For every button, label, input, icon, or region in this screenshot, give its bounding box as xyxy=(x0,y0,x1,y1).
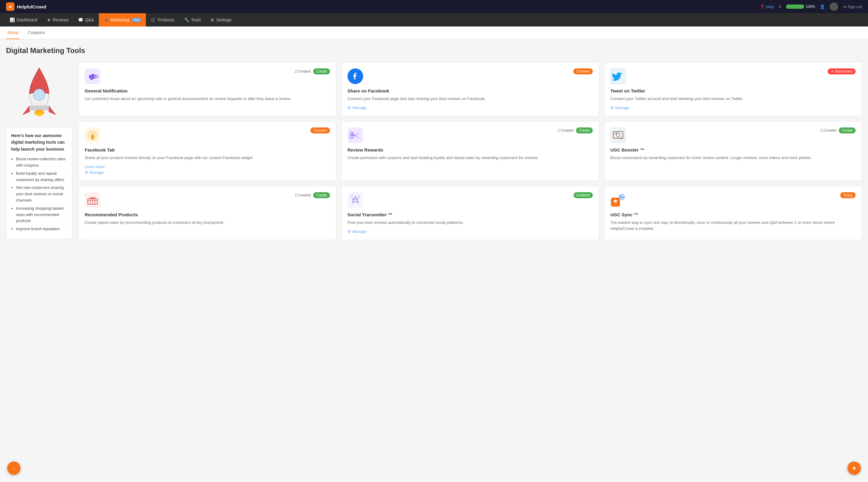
svg-point-35 xyxy=(355,196,356,197)
card-footer: Learn more ⚙ Manage xyxy=(85,164,330,175)
card-description: Post your best reviews automatically to … xyxy=(347,220,593,226)
bullet-4: Increasing shopping basket sizes with re… xyxy=(16,205,67,224)
qa-icon: 💬 xyxy=(78,18,83,22)
help-icon: ❓ xyxy=(760,4,765,9)
card-social-transmitter: Enabled Social Transmitter ™ Post your b… xyxy=(341,186,599,240)
gear-icon: ⚙ xyxy=(610,105,614,110)
card-title: General Notification xyxy=(85,88,330,93)
card-ugc-sync: Setup UGC Sync ™ The easiest way to sync… xyxy=(604,186,862,240)
card-description: Let customers know about an upcoming sal… xyxy=(85,96,330,102)
card-title: UGC Sync ™ xyxy=(610,212,856,217)
info-title: Here's how our awesome digital marketing… xyxy=(11,132,67,153)
products-icon: 🛒 xyxy=(151,18,156,22)
card-header: 2 Created Create xyxy=(85,192,330,208)
svg-point-5 xyxy=(36,111,42,116)
manage-link[interactable]: ⚙ Manage xyxy=(347,229,593,234)
card-share-facebook: Connect Share on Facebook Connect your F… xyxy=(341,62,599,116)
card-header: Connect xyxy=(347,68,593,84)
settings-icon: ⚙ xyxy=(210,18,214,22)
card-footer: ⚙ Manage xyxy=(610,105,856,110)
card-header: 2 Created Create xyxy=(85,68,330,84)
top-bar-right: ❓ Help ≡ 100% 👤 ➜ Sign out xyxy=(760,2,862,11)
nav-item-products[interactable]: 🛒 Products xyxy=(146,13,179,27)
create-button[interactable]: Create xyxy=(313,192,330,198)
tab-coupons[interactable]: Coupons xyxy=(27,27,46,39)
create-button[interactable]: Create xyxy=(313,68,330,74)
facebook-icon xyxy=(347,68,363,84)
card-actions: Setup xyxy=(840,192,856,198)
signout-link[interactable]: ➜ Sign out xyxy=(843,4,862,9)
disconnect-button[interactable]: ✕ Disconnect xyxy=(828,68,856,74)
sub-nav: Setup Coupons xyxy=(0,27,868,39)
card-description: Share all your product reviews directly … xyxy=(85,155,330,161)
card-description: Create repeat sales by recommending prod… xyxy=(85,220,330,226)
card-header: Enabled xyxy=(347,192,593,208)
nav-bar: 📊 Dashboard ★ Reviews 💬 Q&A 📣 Marketing … xyxy=(0,13,868,27)
card-description: Boost conversions by rewarding customers… xyxy=(610,155,856,161)
card-footer: ⚙ Manage xyxy=(347,105,593,110)
svg-point-13 xyxy=(91,137,94,139)
card-actions: Enabled xyxy=(574,192,593,198)
top-bar: ★ HelpfulCrowd ❓ Help ≡ 100% 👤 ➜ Sign ou… xyxy=(0,0,868,13)
info-bullets: Boost review collection rates with coupo… xyxy=(11,156,67,232)
facebook-tab-icon xyxy=(85,127,100,143)
main-content: Digital Marketing Tools xyxy=(0,39,868,247)
nav-item-qa[interactable]: 💬 Q&A xyxy=(73,13,99,27)
card-actions: 2 Created Create xyxy=(295,192,330,198)
card-title: Facebook Tab xyxy=(85,147,330,153)
logo-icon: ★ xyxy=(6,2,14,11)
sidebar: Here's how our awesome digital marketing… xyxy=(6,62,72,239)
manage-link[interactable]: ⚙ Manage xyxy=(347,105,593,110)
manage-link[interactable]: ⚙ Manage xyxy=(85,170,330,175)
gear-icon: ⚙ xyxy=(347,229,351,234)
marketing-icon: 📣 xyxy=(104,18,109,22)
card-header: 2 Created Create xyxy=(610,127,856,143)
megaphone-icon xyxy=(85,68,100,84)
create-button[interactable]: Create xyxy=(839,127,856,133)
svg-rect-19 xyxy=(610,127,626,143)
rocket-illustration xyxy=(6,62,72,122)
nav-item-marketing[interactable]: 📣 Marketing New xyxy=(99,13,146,27)
card-facebook-tab: Connect Facebook Tab Share all your prod… xyxy=(79,121,336,181)
card-title: Recommended Products xyxy=(85,212,330,217)
help-link[interactable]: ❓ Help xyxy=(760,4,774,9)
recommended-products-icon xyxy=(85,192,100,208)
bars-icon: ≡ xyxy=(778,4,781,9)
svg-rect-3 xyxy=(30,106,49,110)
nav-item-tools[interactable]: 🔧 Tools xyxy=(179,13,206,27)
card-title: Tweet on Twitter xyxy=(610,88,856,93)
user-avatar xyxy=(830,2,838,11)
tab-setup[interactable]: Setup xyxy=(6,27,20,39)
bullet-5: Improve brand reputation xyxy=(16,226,67,232)
connect-button[interactable]: Connect xyxy=(573,68,593,74)
app-name: HelpfulCrowd xyxy=(17,4,46,9)
created-badge: 2 Created xyxy=(295,193,311,197)
learn-more-link[interactable]: Learn more xyxy=(85,164,104,169)
nav-item-reviews[interactable]: ★ Reviews xyxy=(42,13,73,27)
create-button[interactable]: Create xyxy=(576,127,593,133)
created-badge: 2 Created xyxy=(558,128,574,133)
svg-point-33 xyxy=(356,199,357,200)
connect-button[interactable]: Connect xyxy=(310,127,330,133)
card-actions: 2 Created Create xyxy=(558,127,593,133)
gear-icon: ⚙ xyxy=(85,170,88,175)
top-bar-left: ★ HelpfulCrowd xyxy=(6,2,46,11)
signout-icon: ➜ xyxy=(843,4,846,9)
enabled-button[interactable]: Enabled xyxy=(574,192,593,198)
progress-fill xyxy=(786,4,804,9)
ugc-sync-icon xyxy=(610,192,626,208)
card-description: Connect your Twitter account and start t… xyxy=(610,96,856,102)
nav-item-dashboard[interactable]: 📊 Dashboard xyxy=(5,13,42,27)
page-title: Digital Marketing Tools xyxy=(6,46,862,55)
created-badge: 2 Created xyxy=(295,69,311,73)
dashboard-icon: 📊 xyxy=(10,18,15,22)
svg-point-32 xyxy=(353,199,355,200)
setup-button[interactable]: Setup xyxy=(840,192,856,198)
manage-link[interactable]: ⚙ Manage xyxy=(610,105,856,110)
card-title: UGC Booster ™ xyxy=(610,147,856,153)
card-review-rewards: 2 Created Create Review Rewards Create p… xyxy=(341,121,599,181)
card-title: Social Transmitter ™ xyxy=(347,212,593,217)
x-icon: ✕ xyxy=(831,69,834,73)
card-actions: Connect xyxy=(310,127,330,133)
nav-item-settings[interactable]: ⚙ Settings xyxy=(206,13,236,27)
